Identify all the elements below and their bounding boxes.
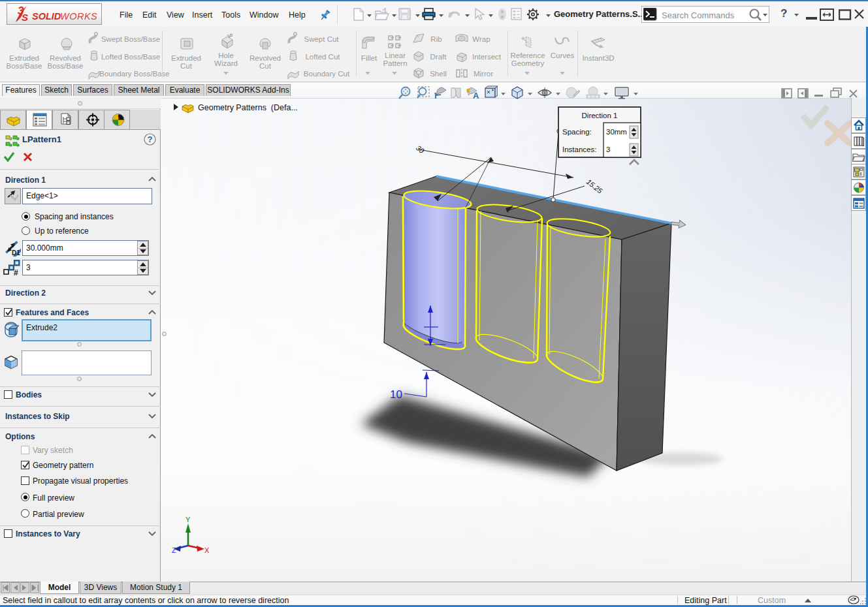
svg-text:Z: Z — [172, 546, 176, 554]
svg-text:Spacing:: Spacing: — [562, 128, 592, 136]
svg-text:Direction 1: Direction 1 — [582, 112, 618, 119]
svg-text:X: X — [204, 546, 210, 554]
svg-text:10: 10 — [390, 388, 402, 401]
svg-text:Y: Y — [185, 516, 191, 523]
svg-text:S: S — [22, 12, 28, 23]
svg-text:D1: D1 — [12, 249, 20, 257]
svg-text:3: 3 — [606, 146, 610, 153]
svg-text:SOLID: SOLID — [32, 11, 61, 22]
svg-text:WORKS: WORKS — [60, 11, 97, 22]
svg-text:#: # — [14, 268, 18, 276]
svg-text:30mm: 30mm — [606, 128, 627, 136]
svg-text:?: ? — [148, 134, 153, 144]
svg-text:A: A — [473, 91, 479, 100]
svg-text:Instances:: Instances: — [562, 146, 596, 153]
